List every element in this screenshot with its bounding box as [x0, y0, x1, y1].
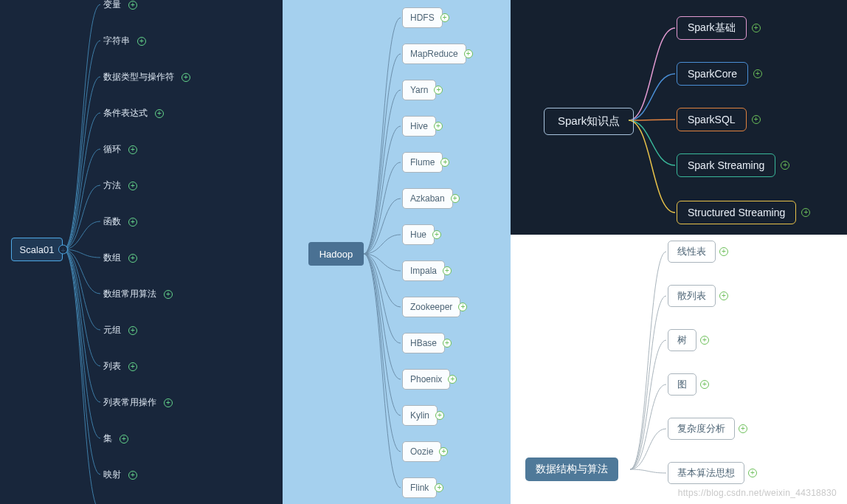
child-node[interactable]: HBase+: [402, 333, 445, 353]
expand-icon[interactable]: +: [435, 411, 444, 420]
expand-icon[interactable]: +: [128, 145, 137, 154]
expand-icon[interactable]: +: [748, 469, 757, 477]
expand-icon[interactable]: +: [464, 49, 473, 58]
expand-icon[interactable]: +: [128, 218, 137, 227]
expand-icon[interactable]: +: [164, 398, 173, 407]
expand-icon[interactable]: +: [58, 245, 68, 255]
expand-icon[interactable]: +: [182, 73, 190, 82]
expand-icon[interactable]: +: [137, 37, 146, 46]
expand-icon[interactable]: +: [448, 375, 457, 384]
expand-icon[interactable]: +: [164, 290, 173, 299]
expand-icon[interactable]: +: [752, 115, 761, 124]
root-label: Hadoop: [319, 249, 353, 260]
child-node[interactable]: SparkSQL+: [677, 108, 747, 131]
expand-icon[interactable]: +: [752, 24, 761, 32]
child-label: 列表常用操作: [103, 396, 156, 409]
child-node[interactable]: 变量+: [103, 0, 137, 11]
child-label: Phoenix: [410, 374, 442, 384]
expand-icon[interactable]: +: [719, 247, 728, 256]
expand-icon[interactable]: +: [458, 303, 467, 311]
child-node[interactable]: Spark Streaming+: [677, 153, 775, 177]
root-node-spark[interactable]: Spark知识点: [544, 108, 634, 135]
child-node[interactable]: 元组+: [103, 324, 137, 336]
child-node[interactable]: 列表+: [103, 360, 137, 373]
child-label: 元组: [103, 324, 121, 336]
child-label: Azkaban: [410, 193, 445, 204]
expand-icon[interactable]: +: [451, 194, 460, 203]
child-node[interactable]: 线性表+: [668, 241, 716, 263]
child-node[interactable]: Impala+: [402, 260, 445, 281]
expand-icon[interactable]: +: [155, 109, 164, 118]
child-label: MapReduce: [410, 49, 458, 59]
child-label: Flink: [410, 483, 429, 493]
child-node[interactable]: Flume+: [402, 152, 443, 173]
child-node[interactable]: 树+: [668, 329, 696, 351]
child-label: 数组: [103, 252, 121, 264]
expand-icon[interactable]: +: [434, 86, 443, 94]
child-node[interactable]: 条件表达式+: [103, 107, 164, 120]
child-node[interactable]: Hive+: [402, 116, 436, 137]
child-node[interactable]: Phoenix+: [402, 369, 450, 390]
expand-icon[interactable]: +: [801, 208, 810, 217]
child-node[interactable]: HDFS+: [402, 7, 443, 28]
child-node[interactable]: 复杂度分析+: [668, 418, 735, 440]
expand-icon[interactable]: +: [700, 380, 709, 389]
expand-icon[interactable]: +: [440, 13, 449, 22]
child-node[interactable]: Azkaban+: [402, 188, 453, 209]
child-node[interactable]: SparkCore+: [677, 62, 748, 86]
child-node[interactable]: 字符串+: [103, 35, 146, 47]
expand-icon[interactable]: +: [439, 447, 448, 456]
child-node[interactable]: 数组+: [103, 252, 137, 264]
child-node[interactable]: 方法+: [103, 179, 137, 192]
child-node[interactable]: 函数+: [103, 215, 137, 228]
child-node[interactable]: 图+: [668, 373, 696, 396]
child-node[interactable]: 集+: [103, 432, 128, 445]
expand-icon[interactable]: +: [128, 254, 137, 263]
child-label: Kylin: [410, 410, 429, 421]
expand-icon[interactable]: +: [434, 122, 443, 131]
expand-icon[interactable]: +: [128, 182, 137, 190]
child-node[interactable]: Zookeeper+: [402, 297, 460, 317]
expand-icon[interactable]: +: [719, 291, 728, 300]
expand-icon[interactable]: +: [700, 336, 709, 345]
child-label: 集: [103, 432, 112, 445]
child-node[interactable]: Structured Streaming+: [677, 201, 796, 224]
expand-icon[interactable]: +: [753, 69, 762, 78]
child-node[interactable]: 映射+: [103, 469, 137, 481]
expand-icon[interactable]: +: [432, 230, 441, 239]
child-node[interactable]: 循环+: [103, 143, 137, 156]
child-node[interactable]: 数组常用算法+: [103, 288, 173, 300]
child-label: 函数: [103, 215, 121, 228]
child-node[interactable]: Oozie+: [402, 441, 441, 462]
child-node[interactable]: 数据类型与操作符+: [103, 71, 190, 83]
expand-icon[interactable]: +: [443, 339, 452, 348]
root-node-hadoop[interactable]: Hadoop: [308, 242, 364, 266]
expand-icon[interactable]: +: [435, 483, 443, 492]
root-node-scala[interactable]: Scala01 +: [11, 238, 63, 261]
expand-icon[interactable]: +: [739, 424, 747, 433]
child-node[interactable]: Kylin+: [402, 405, 438, 426]
child-label: 线性表: [677, 245, 706, 258]
expand-icon[interactable]: +: [440, 158, 449, 167]
expand-icon[interactable]: +: [128, 471, 137, 480]
child-node[interactable]: MapReduce+: [402, 44, 466, 64]
child-node[interactable]: Flink+: [402, 477, 437, 498]
expand-icon[interactable]: +: [443, 266, 452, 275]
child-node[interactable]: 列表常用操作+: [103, 396, 173, 409]
expand-icon[interactable]: +: [128, 326, 137, 335]
child-label: Flume: [410, 157, 435, 168]
child-node[interactable]: Spark基础+: [677, 16, 747, 40]
expand-icon[interactable]: +: [128, 1, 137, 10]
expand-icon[interactable]: +: [128, 362, 137, 371]
root-label: Scala01: [20, 244, 55, 255]
expand-icon[interactable]: +: [120, 435, 128, 443]
expand-icon[interactable]: +: [781, 161, 789, 170]
root-node-ds[interactable]: 数据结构与算法: [525, 458, 618, 481]
child-label: 基本算法思想: [677, 466, 735, 480]
child-label: 变量: [103, 0, 121, 11]
child-node[interactable]: Hue+: [402, 224, 435, 245]
child-node[interactable]: Yarn+: [402, 80, 436, 100]
child-label: 循环: [103, 143, 121, 156]
child-node[interactable]: 散列表+: [668, 285, 716, 307]
child-node[interactable]: 基本算法思想+: [668, 462, 744, 484]
